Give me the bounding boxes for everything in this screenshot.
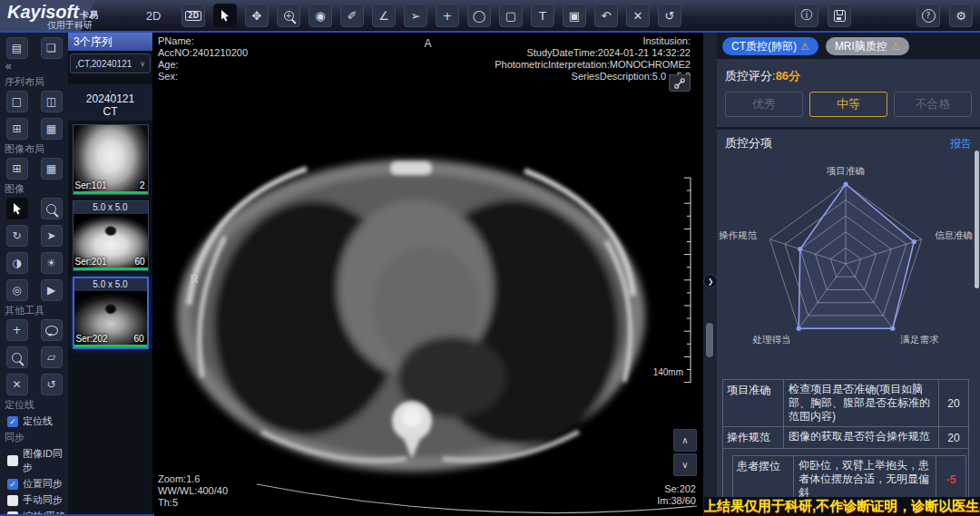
tab-ct-qc[interactable]: CT质控(肺部)⚠ — [722, 37, 818, 55]
checkbox-image-id-sync-box[interactable] — [7, 455, 18, 466]
cine-play-icon[interactable]: ➤ — [41, 225, 63, 247]
checkbox-manual-sync[interactable]: 手动同步 — [7, 493, 68, 507]
collapse-panel-button[interactable]: « — [5, 61, 63, 73]
magnify-icon[interactable] — [41, 198, 63, 219]
target-icon[interactable]: ◎ — [6, 279, 28, 301]
cursor-icon[interactable] — [213, 4, 237, 27]
save-icon[interactable] — [828, 4, 851, 27]
disclaimer-marquee: 以上结果仅用于科研,不作诊断证明，诊断以医生出具的诊断 — [704, 497, 980, 516]
expand-panel-button[interactable]: ❯ — [703, 274, 718, 288]
thumbnail-ser-202[interactable]: 5.0 x 5.0Ser:20260 — [73, 277, 149, 349]
text-annotate-icon[interactable]: T — [531, 4, 554, 27]
delete-annotation-icon[interactable]: ✕ — [626, 4, 650, 27]
measure-angle-icon[interactable]: ∠ — [372, 4, 396, 27]
export-layout-icon[interactable]: ❏ — [41, 37, 63, 59]
probe-icon[interactable]: ◉ — [309, 4, 332, 27]
checkbox-label: 位置同步 — [23, 477, 63, 491]
thumbnail-progress-bar — [74, 345, 147, 347]
tab-mri-qc[interactable]: MRI脑质控⚠ — [826, 37, 909, 55]
link-series-button[interactable] — [669, 74, 691, 92]
find-icon[interactable] — [6, 346, 28, 368]
image-viewport[interactable]: PName:AccNO:2401210200Age:Sex: Institusi… — [152, 33, 703, 516]
brightness-icon[interactable]: ☀ — [41, 252, 63, 274]
thumbnail-progress-bar — [74, 268, 148, 270]
reset-icon[interactable]: ↺ — [658, 4, 681, 27]
info-icon[interactable]: ⓘ — [795, 4, 818, 27]
series-panel: 3个序列 ,CT,20240121 ∨ , 20240121 CT Ser:10… — [68, 33, 152, 516]
eraser-icon[interactable]: ▱ — [41, 346, 63, 368]
overlay-line: Im:38/60 — [657, 495, 696, 507]
2d-mpr-icon[interactable]: 2D — [181, 4, 205, 27]
cross-annotate-icon[interactable]: + — [436, 4, 459, 27]
divider-scrollbar[interactable] — [706, 323, 713, 357]
study-group-header: , 20240121 CT — [68, 84, 152, 121]
chain-icon — [674, 78, 685, 89]
layout-1x1-icon[interactable]: □ — [6, 91, 28, 112]
thumbnail-title: 5.0 x 5.0 — [74, 278, 147, 291]
thumbnail-image-count: 60 — [133, 334, 143, 344]
study-dropdown[interactable]: ,CT,20240121 ∨ — [70, 54, 151, 73]
crosshair-icon[interactable]: + — [6, 319, 28, 341]
grade-excellent[interactable]: 优秀 — [725, 92, 803, 117]
study-date-line: 20240121 — [68, 92, 152, 105]
rect-roi-icon[interactable]: ▢ — [499, 4, 523, 27]
image-cursor-icon[interactable] — [6, 198, 28, 219]
image-layout-3x3-icon[interactable]: ▦ — [41, 158, 63, 180]
settings-icon[interactable]: ⚙ — [949, 4, 973, 27]
checkbox-localizer-line[interactable]: ✓定位线 — [7, 414, 68, 428]
layout-1x2-icon[interactable]: ◫ — [41, 91, 63, 112]
thumbnail-ser-101[interactable]: Ser:1012 — [73, 124, 149, 195]
reset-tools-icon[interactable]: ↺ — [41, 374, 63, 395]
undo-icon[interactable]: ↶ — [594, 4, 618, 27]
row-description: 检查项目是否准确(项目如脑部、胸部、腹部是否在标准的范围内容) — [784, 380, 939, 426]
overlay-line: PhotometricInterpretation:MONOCHROME2 — [495, 59, 691, 71]
checkbox-position-sync-box[interactable]: ✓ — [7, 479, 18, 490]
help-icon[interactable]: ? — [916, 4, 940, 27]
play-icon[interactable]: ▶ — [41, 279, 63, 301]
row-label: 操作规范 — [723, 427, 784, 448]
zoom-in-icon[interactable]: + — [277, 4, 300, 27]
checkbox-label: 定位线 — [23, 414, 53, 428]
comment-icon[interactable] — [41, 319, 63, 341]
series-list-icon[interactable]: ▤ — [6, 37, 28, 59]
layout-3x3-icon[interactable]: ▦ — [41, 118, 63, 140]
app-logo: Kayisoft卡易 仅用于科研 — [0, 0, 138, 31]
arrow-annotate-icon[interactable]: ➢ — [404, 4, 427, 27]
checkbox-label: 图像ID同步 — [23, 447, 68, 474]
checkbox-localizer-line-box[interactable]: ✓ — [7, 416, 18, 427]
image-layout-2x2-icon[interactable]: ⊞ — [6, 158, 28, 180]
overlay-series-index: Se:202Im:38/60 — [657, 483, 696, 507]
ellipse-roi-icon[interactable]: ◯ — [467, 4, 491, 27]
mode-2d-label: 2D — [140, 9, 167, 23]
rotate-image-icon[interactable]: ↻ — [6, 225, 28, 247]
checkbox-manual-sync-box[interactable] — [7, 495, 18, 506]
top-toolbar: Kayisoft卡易 仅用于科研 2D 2D✥+◉✐∠➢+◯▢T▣↶✕↺ ⓘ?⚙ — [0, 0, 980, 33]
close-icon[interactable]: ✕ — [6, 374, 28, 395]
contrast-icon[interactable]: ◑ — [6, 252, 28, 274]
warning-icon: ⚠ — [800, 41, 809, 53]
thumbnail-image-count: 2 — [140, 180, 145, 190]
qc-radar-chart: 项目准确信息准确满足需求处理得当操作规范 — [717, 153, 980, 377]
svg-text:处理得当: 处理得当 — [751, 334, 790, 345]
thumbnail-ser-201[interactable]: 5.0 x 5.0Ser:20160 — [73, 200, 149, 271]
layout-2x2-icon[interactable]: ⊞ — [6, 118, 28, 140]
grade-fail[interactable]: 不合格 — [894, 92, 972, 117]
report-link[interactable]: 报告 — [950, 136, 972, 151]
logo-caption: 仅用于科研 — [47, 19, 93, 32]
svg-text:项目准确: 项目准确 — [826, 165, 865, 176]
chevron-down-icon: ∨ — [140, 60, 145, 68]
window-preset-icon[interactable]: ▣ — [563, 4, 586, 27]
checkbox-position-sync[interactable]: ✓位置同步 — [7, 477, 68, 491]
pan-icon[interactable]: ✥ — [245, 4, 269, 27]
qc-panel-scrollbar[interactable] — [975, 151, 979, 288]
row-label: 项目准确 — [723, 380, 784, 426]
grade-medium[interactable]: 中等 — [809, 92, 887, 117]
scroll-up-button[interactable]: ∧ — [673, 429, 697, 452]
measure-length-icon[interactable]: ✐ — [340, 4, 364, 27]
checkbox-image-id-sync[interactable]: 图像ID同步 — [7, 447, 68, 474]
warning-icon: ⚠ — [891, 41, 900, 53]
scroll-down-button[interactable]: ∨ — [673, 453, 697, 476]
overlay-line: SeriesDescription:5.0 x 5.0 — [495, 71, 691, 83]
scale-ruler — [681, 176, 692, 385]
left-tool-sidebar: ▤❏ « 序列布局□◫⊞▦图像布局⊞▦图像↻➤◑☀◎▶其他工具+▱✕↺ 定位线✓… — [0, 33, 68, 516]
